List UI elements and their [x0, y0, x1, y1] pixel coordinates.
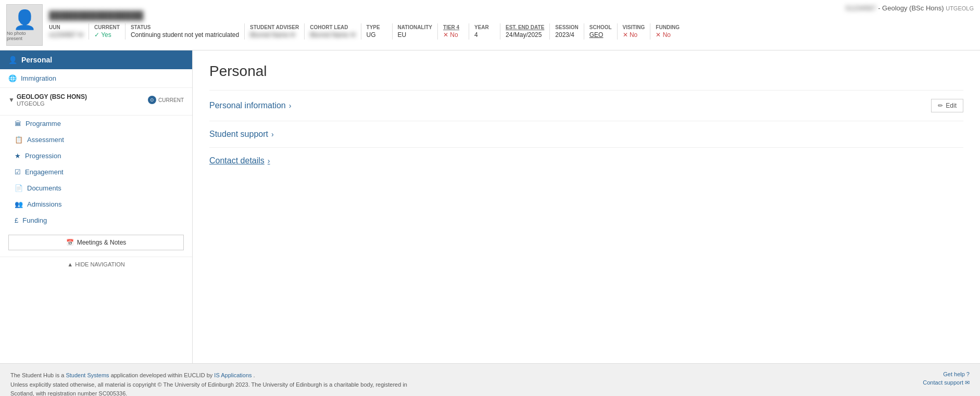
current-value: ✓ Yes — [94, 31, 120, 39]
sidebar-personal-label: Personal — [21, 56, 52, 64]
programme-expand[interactable]: ▼ GEOLOGY (BSC HONS) UTGEOLG — [8, 93, 87, 107]
sidebar-progression-label: Progression — [25, 152, 61, 160]
status-label: STATUS — [131, 24, 239, 30]
hide-nav-label: HIDE NAVIGATION — [75, 261, 125, 267]
footer-text1: The Student Hub is a — [10, 372, 66, 378]
get-help-link[interactable]: Get help ? — [923, 371, 970, 377]
contact-details-link[interactable]: Contact details › — [209, 156, 270, 165]
uun-field: UUN s1234567 ✉ — [49, 23, 89, 40]
clipboard-icon: 📋 — [15, 136, 23, 144]
current-icon: ⊙ — [148, 96, 156, 104]
star-icon: ★ — [15, 152, 21, 160]
type-value: UG — [367, 31, 387, 39]
footer-text-line1: The Student Hub is a Student Systems app… — [10, 371, 427, 380]
page-title: Personal — [209, 63, 963, 80]
visiting-label: VISITING — [623, 24, 645, 30]
top-right-programme-name: Geology (BSc Hons) — [882, 4, 944, 12]
sidebar-item-engagement[interactable]: ☑ Engagement — [0, 164, 192, 180]
main-layout: 👤 Personal 🌐 Immigration ▼ GEOLOGY (BSC … — [0, 50, 980, 363]
student-support-label: Student support — [209, 130, 268, 139]
nationality-field: NATIONALITY EU — [393, 23, 438, 40]
footer-right: Get help ? Contact support ✉ — [923, 371, 970, 388]
contact-details-chevron: › — [268, 157, 270, 165]
student-adviser-field: STUDENT ADVISER Blurred Name ✉ — [245, 23, 305, 40]
student-adviser-label: STUDENT ADVISER — [250, 24, 299, 30]
sidebar-item-progression[interactable]: ★ Progression — [0, 148, 192, 164]
programme-title: GEOLOGY (BSC HONS) — [17, 93, 87, 100]
pillars-icon: 🏛 — [15, 120, 21, 127]
tier4-field: TIER 4 ✕ No — [438, 23, 469, 40]
top-right-programme: S1234567 - Geology (BSc Hons) UTGEOLG — [845, 4, 974, 12]
person-icon: 👤 — [8, 56, 17, 64]
student-name: ████████████████ — [49, 11, 839, 20]
sidebar-engagement-label: Engagement — [25, 168, 64, 176]
student-adviser-value: Blurred Name ✉ — [250, 31, 299, 39]
student-systems-link[interactable]: Student Systems — [66, 372, 109, 378]
current-badge: ⊙ CURRENT — [148, 96, 184, 104]
type-label: TYPE — [367, 24, 387, 30]
student-support-section: Student support › — [209, 121, 963, 147]
personal-information-section: Personal information › ✏ Edit — [209, 90, 963, 121]
chevron-up-icon: ▲ — [67, 261, 73, 267]
header-info: ████████████████ UUN s1234567 ✉ CURRENT … — [49, 11, 839, 40]
personal-information-link[interactable]: Personal information › — [209, 101, 291, 110]
footer: The Student Hub is a Student Systems app… — [0, 363, 980, 396]
hide-navigation-button[interactable]: ▲ HIDE NAVIGATION — [0, 257, 192, 272]
current-field: CURRENT ✓ Yes — [89, 23, 125, 40]
est-end-date-label: EST. END DATE — [506, 24, 544, 30]
programme-subtitle: UTGEOLG — [17, 100, 87, 107]
sidebar-item-immigration[interactable]: 🌐 Immigration — [0, 69, 192, 88]
student-support-link[interactable]: Student support › — [209, 130, 274, 139]
sidebar-documents-label: Documents — [27, 184, 61, 192]
uun-value: s1234567 ✉ — [49, 31, 83, 39]
footer-text2: application developed within EUCLID by — [111, 372, 215, 378]
document-icon: 📄 — [15, 184, 23, 192]
chevron-down-icon: ▼ — [8, 96, 15, 104]
session-field: SESSION 2023/4 — [550, 23, 584, 40]
avatar-text: No photo present — [7, 31, 42, 41]
contact-details-section: Contact details › — [209, 147, 963, 174]
year-label: YEAR — [474, 24, 495, 30]
personal-information-label: Personal information — [209, 101, 286, 110]
programme-header: ▼ GEOLOGY (BSC HONS) UTGEOLG ⊙ CURRENT — [8, 93, 184, 107]
top-right-student-id: S1234567 — [845, 4, 876, 12]
nationality-label: NATIONALITY — [398, 24, 432, 30]
footer-text3: . — [254, 372, 255, 378]
programme-section: ▼ GEOLOGY (BSC HONS) UTGEOLG ⊙ CURRENT — [0, 88, 192, 116]
edit-button[interactable]: ✏ Edit — [931, 99, 963, 112]
session-label: SESSION — [555, 24, 578, 30]
sidebar-assessment-label: Assessment — [27, 136, 64, 144]
sidebar-item-assessment[interactable]: 📋 Assessment — [0, 132, 192, 148]
check-square-icon: ☑ — [15, 168, 21, 176]
status-value: Continuing student not yet matriculated — [131, 31, 239, 39]
sidebar-item-programme[interactable]: 🏛 Programme — [0, 116, 192, 132]
footer-copyright: Unless explicitly stated otherwise, all … — [10, 380, 427, 396]
tier4-label: TIER 4 — [443, 24, 463, 30]
sidebar-admissions-label: Admissions — [27, 200, 61, 208]
sidebar-item-documents[interactable]: 📄 Documents — [0, 180, 192, 196]
sidebar-item-admissions[interactable]: 👥 Admissions — [0, 196, 192, 212]
globe-icon: 🌐 — [8, 74, 17, 82]
type-field: TYPE UG — [361, 23, 393, 40]
main-content: Personal Personal information › ✏ Edit S… — [193, 50, 980, 363]
cohort-lead-value: Blurred Name ✉ — [310, 31, 355, 39]
sidebar-item-personal[interactable]: 👤 Personal — [0, 50, 192, 69]
funding-field: FUNDING ✕ No — [650, 23, 685, 40]
sidebar-funding-label: Funding — [22, 216, 47, 224]
contact-support-link[interactable]: Contact support ✉ — [923, 379, 970, 386]
nationality-value: EU — [398, 31, 432, 39]
meetings-btn-label: Meetings & Notes — [77, 239, 127, 246]
is-applications-link[interactable]: IS Applications — [214, 372, 252, 378]
programme-title-block: GEOLOGY (BSC HONS) UTGEOLG — [17, 93, 87, 107]
current-badge-label: CURRENT — [158, 97, 184, 103]
uun-label: UUN — [49, 24, 83, 30]
meetings-notes-button[interactable]: 📅 Meetings & Notes — [8, 235, 184, 250]
avatar-person-icon: 👤 — [13, 9, 36, 31]
school-value[interactable]: GEO — [589, 31, 612, 39]
school-field: SCHOOL GEO — [584, 23, 618, 40]
sidebar-item-funding[interactable]: £ Funding — [0, 212, 192, 228]
funding-value: ✕ No — [656, 31, 680, 39]
cohort-lead-label: COHORT LEAD — [310, 24, 355, 30]
sidebar: 👤 Personal 🌐 Immigration ▼ GEOLOGY (BSC … — [0, 50, 193, 363]
pencil-icon: ✏ — [938, 102, 943, 109]
